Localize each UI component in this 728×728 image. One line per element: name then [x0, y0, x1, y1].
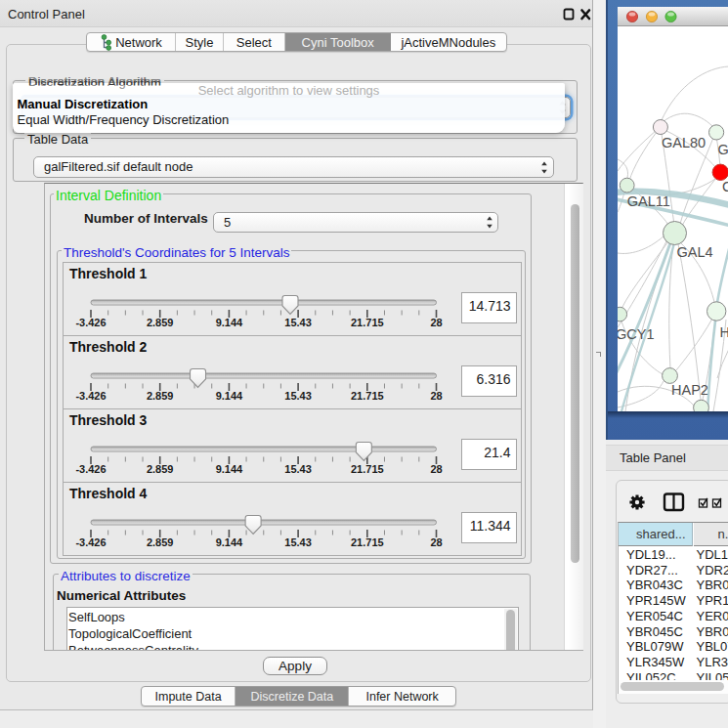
svg-text:C: C [722, 179, 728, 194]
svg-text:28: 28 [430, 463, 442, 475]
svg-text:28: 28 [430, 390, 442, 402]
svg-text:21.715: 21.715 [350, 317, 383, 328]
svg-text:GAL80: GAL80 [662, 135, 706, 150]
svg-text:-3.426: -3.426 [75, 390, 106, 402]
svg-text:21.715: 21.715 [350, 390, 383, 402]
svg-text:2.859: 2.859 [146, 317, 173, 328]
svg-text:9.144: 9.144 [215, 317, 242, 328]
svg-text:-3.426: -3.426 [75, 317, 106, 328]
svg-text:H: H [719, 324, 728, 340]
svg-text:HAP2: HAP2 [671, 382, 708, 398]
svg-text:2.859: 2.859 [146, 536, 173, 548]
svg-text:28: 28 [430, 536, 442, 548]
svg-text:2.859: 2.859 [146, 390, 173, 402]
svg-text:9.144: 9.144 [215, 390, 242, 402]
svg-text:28: 28 [430, 317, 442, 328]
svg-text:15.43: 15.43 [284, 317, 312, 328]
svg-text:GCY1: GCY1 [618, 326, 655, 342]
svg-text:21.715: 21.715 [350, 536, 383, 548]
svg-text:G.: G. [717, 142, 728, 157]
svg-text:15.43: 15.43 [284, 536, 312, 548]
svg-text:9.144: 9.144 [215, 536, 242, 548]
svg-text:15.43: 15.43 [284, 390, 312, 402]
svg-text:9.144: 9.144 [215, 463, 242, 475]
svg-text:2.859: 2.859 [146, 463, 173, 475]
svg-text:21.715: 21.715 [350, 463, 383, 475]
svg-text:-3.426: -3.426 [75, 536, 106, 548]
svg-text:GAL11: GAL11 [626, 193, 669, 209]
svg-text:-3.426: -3.426 [75, 463, 106, 475]
svg-text:15.43: 15.43 [284, 463, 312, 475]
svg-text:GAL4: GAL4 [676, 244, 712, 260]
